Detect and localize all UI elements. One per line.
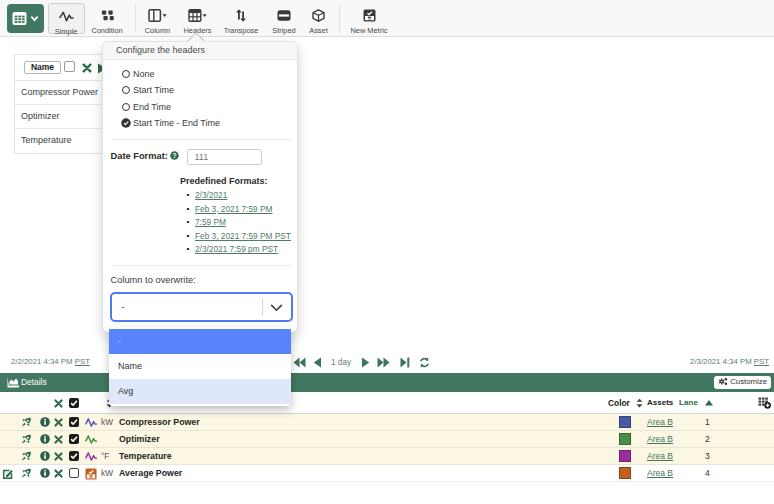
svg-text:?: ?: [173, 151, 177, 158]
